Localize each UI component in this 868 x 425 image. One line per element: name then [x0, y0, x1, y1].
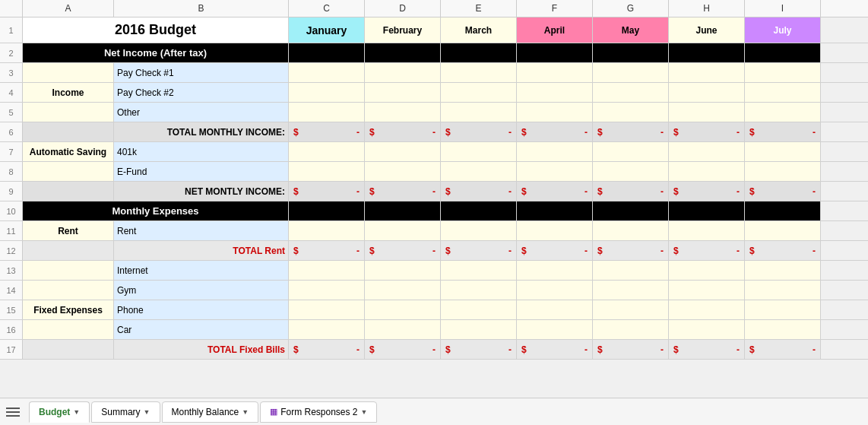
- col-header-g[interactable]: G: [593, 0, 669, 17]
- cell-5i[interactable]: [745, 103, 821, 122]
- cell-14b[interactable]: Gym: [114, 281, 289, 300]
- tab-form-responses[interactable]: ▦ Form Responses 2 ▼: [260, 401, 377, 423]
- cell-12g[interactable]: $ -: [593, 241, 669, 260]
- tab-summary[interactable]: Summary ▼: [91, 401, 160, 423]
- cell-april[interactable]: April: [517, 17, 593, 43]
- cell-15i[interactable]: [745, 300, 821, 319]
- cell-12f[interactable]: $ -: [517, 241, 593, 260]
- cell-6c[interactable]: $ -: [289, 122, 365, 141]
- cell-8g[interactable]: [593, 162, 669, 181]
- cell-8c[interactable]: [289, 162, 365, 181]
- cell-4d[interactable]: [365, 83, 441, 102]
- cell-6g[interactable]: $ -: [593, 122, 669, 141]
- col-header-a[interactable]: A: [23, 0, 114, 17]
- cell-5e[interactable]: [441, 103, 517, 122]
- cell-title[interactable]: 2016 Budget: [23, 17, 289, 43]
- cell-14f[interactable]: [517, 281, 593, 300]
- cell-february[interactable]: February: [365, 17, 441, 43]
- cell-6f[interactable]: $ -: [517, 122, 593, 141]
- cell-7g[interactable]: [593, 142, 669, 161]
- cell-7f[interactable]: [517, 142, 593, 161]
- cell-15g[interactable]: [593, 300, 669, 319]
- cell-17c[interactable]: $ -: [289, 340, 365, 359]
- cell-14e[interactable]: [441, 281, 517, 300]
- cell-13c[interactable]: [289, 261, 365, 280]
- cell-17i[interactable]: $ -: [745, 340, 821, 359]
- cell-7c[interactable]: [289, 142, 365, 161]
- cell-6i[interactable]: $ -: [745, 122, 821, 141]
- cell-11b[interactable]: Rent: [114, 221, 289, 240]
- cell-16c[interactable]: [289, 320, 365, 339]
- cell-7h[interactable]: [669, 142, 745, 161]
- cell-12e[interactable]: $ -: [441, 241, 517, 260]
- cell-5d[interactable]: [365, 103, 441, 122]
- cell-7d[interactable]: [365, 142, 441, 161]
- tab-budget[interactable]: Budget ▼: [29, 401, 90, 423]
- cell-8f[interactable]: [517, 162, 593, 181]
- cell-14d[interactable]: [365, 281, 441, 300]
- cell-6d[interactable]: $ -: [365, 122, 441, 141]
- cell-3b[interactable]: Pay Check #1: [114, 63, 289, 82]
- cell-8e[interactable]: [441, 162, 517, 181]
- cell-13i[interactable]: [745, 261, 821, 280]
- cell-8b[interactable]: E-Fund: [114, 162, 289, 181]
- cell-5b[interactable]: Other: [114, 103, 289, 122]
- cell-17e[interactable]: $ -: [441, 340, 517, 359]
- cell-8i[interactable]: [745, 162, 821, 181]
- cell-11f[interactable]: [517, 221, 593, 240]
- cell-8h[interactable]: [669, 162, 745, 181]
- cell-13f[interactable]: [517, 261, 593, 280]
- col-header-b[interactable]: B: [114, 0, 289, 17]
- cell-3f[interactable]: [517, 63, 593, 82]
- cell-13d[interactable]: [365, 261, 441, 280]
- cell-5f[interactable]: [517, 103, 593, 122]
- cell-15d[interactable]: [365, 300, 441, 319]
- cell-4f[interactable]: [517, 83, 593, 102]
- cell-15h[interactable]: [669, 300, 745, 319]
- cell-11c[interactable]: [289, 221, 365, 240]
- cell-11g[interactable]: [593, 221, 669, 240]
- cell-15b[interactable]: Phone: [114, 300, 289, 319]
- cell-12i[interactable]: $ -: [745, 241, 821, 260]
- cell-13b[interactable]: Internet: [114, 261, 289, 280]
- cell-11i[interactable]: [745, 221, 821, 240]
- col-header-d[interactable]: D: [365, 0, 441, 17]
- cell-3i[interactable]: [745, 63, 821, 82]
- cell-9e[interactable]: $ -: [441, 182, 517, 201]
- cell-9f[interactable]: $ -: [517, 182, 593, 201]
- cell-12d[interactable]: $ -: [365, 241, 441, 260]
- cell-5g[interactable]: [593, 103, 669, 122]
- tab-budget-arrow[interactable]: ▼: [73, 408, 80, 416]
- cell-11h[interactable]: [669, 221, 745, 240]
- col-header-h[interactable]: H: [669, 0, 745, 17]
- cell-17d[interactable]: $ -: [365, 340, 441, 359]
- cell-16e[interactable]: [441, 320, 517, 339]
- cell-14g[interactable]: [593, 281, 669, 300]
- tab-summary-arrow[interactable]: ▼: [144, 408, 150, 416]
- cell-11d[interactable]: [365, 221, 441, 240]
- cell-13h[interactable]: [669, 261, 745, 280]
- cell-4e[interactable]: [441, 83, 517, 102]
- cell-9i[interactable]: $ -: [745, 182, 821, 201]
- cell-16d[interactable]: [365, 320, 441, 339]
- cell-12h[interactable]: $ -: [669, 241, 745, 260]
- cell-june[interactable]: June: [669, 17, 745, 43]
- cell-4i[interactable]: [745, 83, 821, 102]
- cell-15e[interactable]: [441, 300, 517, 319]
- cell-7b[interactable]: 401k: [114, 142, 289, 161]
- cell-3d[interactable]: [365, 63, 441, 82]
- cell-11e[interactable]: [441, 221, 517, 240]
- cell-4b[interactable]: Pay Check #2: [114, 83, 289, 102]
- cell-16g[interactable]: [593, 320, 669, 339]
- cell-march[interactable]: March: [441, 17, 517, 43]
- tab-form-responses-arrow[interactable]: ▼: [361, 408, 368, 416]
- cell-14i[interactable]: [745, 281, 821, 300]
- cell-3c[interactable]: [289, 63, 365, 82]
- col-header-c[interactable]: C: [289, 0, 365, 17]
- cell-9d[interactable]: $ -: [365, 182, 441, 201]
- col-header-i[interactable]: I: [745, 0, 821, 17]
- cell-9h[interactable]: $ -: [669, 182, 745, 201]
- cell-7e[interactable]: [441, 142, 517, 161]
- cell-16b[interactable]: Car: [114, 320, 289, 339]
- cell-15f[interactable]: [517, 300, 593, 319]
